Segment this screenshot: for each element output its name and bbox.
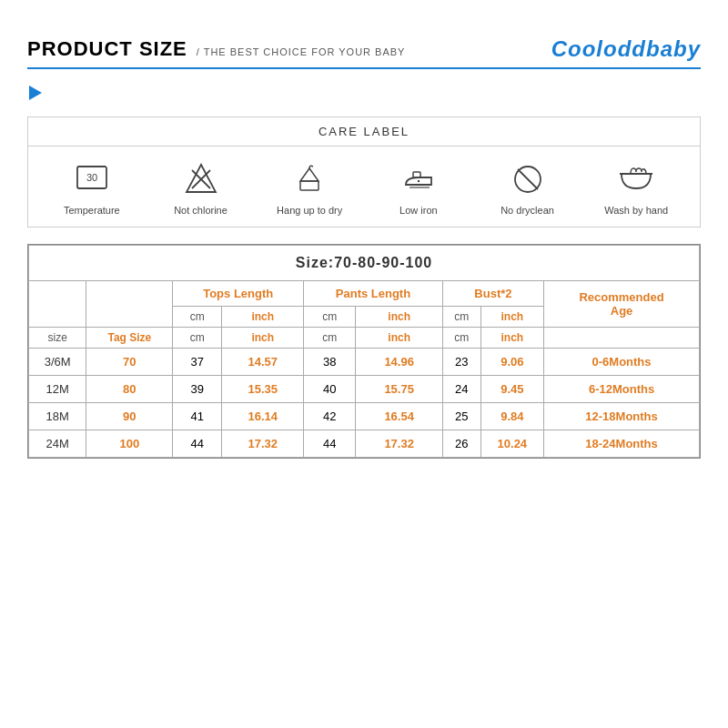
row3-bust-inch: 9.84	[480, 403, 543, 430]
row3-pants-inch: 16.54	[356, 403, 442, 430]
temperature-icon: 30	[72, 159, 112, 199]
care-item-wash-hand: Wash by hand	[581, 159, 691, 216]
hang-dry-icon	[289, 159, 329, 199]
label-size: size	[29, 328, 86, 349]
sub-col-bust-cm: cm	[442, 307, 480, 328]
row4-pants-inch: 17.32	[356, 430, 442, 458]
page-title: PRODUCT SIZE	[27, 37, 187, 61]
care-label-hang-dry: Hang up to dry	[277, 205, 342, 216]
care-icons-row: 30 Temperature Not chlorine	[28, 147, 700, 227]
row1-size: 3/6M	[29, 349, 86, 376]
table-title-row: Size:70-80-90-100	[29, 246, 700, 281]
row1-bust-inch: 9.06	[480, 349, 543, 376]
row2-bust-inch: 9.45	[480, 376, 543, 403]
sub-col-tops-cm: cm	[173, 307, 222, 328]
row4-pants-cm: 44	[304, 430, 356, 458]
label-pants-cm: cm	[304, 328, 356, 349]
col-header-bust: Bust*2	[442, 281, 543, 307]
care-label-wash-hand: Wash by hand	[604, 205, 668, 216]
row4-size: 24M	[29, 430, 86, 458]
wash-hand-icon	[616, 159, 656, 199]
row4-tops-inch: 17.32	[222, 430, 304, 458]
sub-col-pants-cm: cm	[304, 307, 356, 328]
care-section: CARE LABEL 30 Temperature	[27, 116, 701, 228]
row4-tag: 100	[86, 430, 173, 458]
col-header-pants: Pants Length	[304, 281, 443, 307]
row2-bust-cm: 24	[442, 376, 480, 403]
row3-size: 18M	[29, 403, 86, 430]
col-header-age: RecommendedAge	[544, 281, 700, 328]
row1-age: 0-6Months	[544, 349, 700, 376]
care-label-temperature: Temperature	[64, 205, 120, 216]
col-header-tops: Tops Length	[173, 281, 304, 307]
header-left: PRODUCT SIZE / THE BEST CHOICE FOR YOUR …	[27, 37, 405, 61]
svg-point-8	[418, 180, 420, 182]
table-row: 18M 90 41 16.14 42 16.54 25 9.84 12-18Mo…	[29, 403, 700, 430]
col-header-size	[29, 281, 86, 328]
row1-pants-cm: 38	[304, 349, 356, 376]
row3-pants-cm: 42	[304, 403, 356, 430]
care-item-hang-dry: Hang up to dry	[255, 159, 364, 216]
table-row: 24M 100 44 17.32 44 17.32 26 10.24 18-24…	[29, 430, 700, 458]
label-pants-inch: inch	[356, 328, 442, 349]
row4-tops-cm: 44	[173, 430, 222, 458]
table-col-header-row: Tops Length Pants Length Bust*2 Recommen…	[29, 281, 700, 307]
accent-block	[27, 86, 701, 100]
brand-name: Cooloddbaby	[551, 36, 701, 62]
care-item-low-iron: Low iron	[364, 159, 473, 216]
table-row: 12M 80 39 15.35 40 15.75 24 9.45 6-12Mon…	[29, 376, 700, 403]
sub-col-tops-inch: inch	[222, 307, 304, 328]
row3-age: 12-18Months	[544, 403, 700, 430]
row4-age: 18-24Months	[544, 430, 700, 458]
svg-rect-5	[300, 181, 318, 190]
label-bust-inch: inch	[480, 328, 543, 349]
care-item-no-dryclean: No dryclean	[473, 159, 582, 216]
label-tops-inch: inch	[222, 328, 304, 349]
table-label-row: size Tag Size cm inch cm inch cm inch	[29, 328, 700, 349]
row1-tops-inch: 14.57	[222, 349, 304, 376]
no-chlorine-icon	[181, 159, 221, 199]
row2-size: 12M	[29, 376, 86, 403]
page-wrapper: PRODUCT SIZE / THE BEST CHOICE FOR YOUR …	[0, 0, 728, 728]
row2-pants-inch: 15.75	[356, 376, 442, 403]
row3-tag: 90	[86, 403, 173, 430]
header-subtitle: / THE BEST CHOICE FOR YOUR BABY	[197, 46, 406, 57]
row2-age: 6-12Months	[544, 376, 700, 403]
no-dryclean-icon	[508, 159, 548, 199]
label-tag: Tag Size	[86, 328, 173, 349]
table-title: Size:70-80-90-100	[29, 246, 700, 281]
low-iron-icon	[399, 159, 439, 199]
row1-pants-inch: 14.96	[356, 349, 442, 376]
header-divider	[27, 67, 701, 69]
row1-tops-cm: 37	[173, 349, 222, 376]
col-header-tag	[86, 281, 173, 328]
care-label-no-dryclean: No dryclean	[500, 205, 554, 216]
sub-col-pants-inch: inch	[356, 307, 442, 328]
row2-pants-cm: 40	[304, 376, 356, 403]
accent-triangle	[29, 86, 42, 100]
row1-bust-cm: 23	[442, 349, 480, 376]
row4-bust-inch: 10.24	[480, 430, 543, 458]
size-table: Size:70-80-90-100 Tops Length Pants Leng…	[28, 245, 700, 458]
care-item-temperature: 30 Temperature	[37, 159, 147, 216]
label-tops-cm: cm	[173, 328, 222, 349]
svg-text:30: 30	[86, 172, 97, 183]
label-age	[544, 328, 700, 349]
header: PRODUCT SIZE / THE BEST CHOICE FOR YOUR …	[27, 36, 701, 62]
care-label-low-iron: Low iron	[399, 205, 438, 216]
row3-tops-cm: 41	[173, 403, 222, 430]
care-item-not-chlorine: Not chlorine	[147, 159, 256, 216]
row3-tops-inch: 16.14	[222, 403, 304, 430]
svg-line-10	[518, 169, 538, 189]
row2-tops-cm: 39	[173, 376, 222, 403]
row2-tops-inch: 15.35	[222, 376, 304, 403]
row4-bust-cm: 26	[442, 430, 480, 458]
table-row: 3/6M 70 37 14.57 38 14.96 23 9.06 0-6Mon…	[29, 349, 700, 376]
row1-tag: 70	[86, 349, 173, 376]
row2-tag: 80	[86, 376, 173, 403]
care-label-not-chlorine: Not chlorine	[174, 205, 228, 216]
size-table-wrapper: Size:70-80-90-100 Tops Length Pants Leng…	[27, 244, 701, 459]
sub-col-bust-inch: inch	[480, 307, 543, 328]
care-label-title: CARE LABEL	[28, 117, 700, 147]
label-bust-cm: cm	[442, 328, 480, 349]
